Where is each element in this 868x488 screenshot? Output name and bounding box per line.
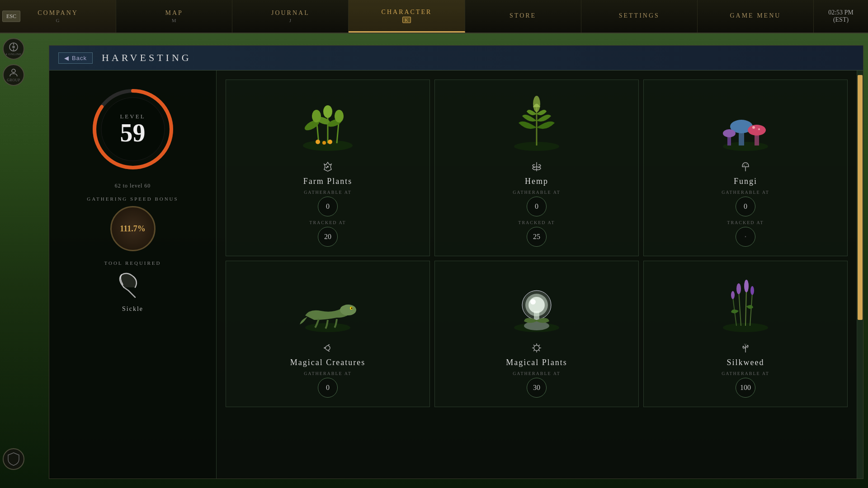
gatherable-label: GATHERABLE AT: [513, 371, 561, 376]
svg-point-36: [752, 126, 755, 129]
nav-key-company: G: [56, 18, 60, 23]
nav-label-journal: JOURNAL: [271, 9, 310, 17]
nav-label-character: CHARACTER: [382, 9, 432, 16]
svg-point-35: [723, 129, 736, 137]
item-icon: [531, 343, 542, 356]
online-count-label: 4 ONLINE: [5, 52, 21, 56]
svg-point-58: [736, 283, 741, 294]
tracked-badge: ·: [736, 227, 755, 247]
item-card-magical-plants[interactable]: Magical Plants GATHERABLE AT 30: [434, 261, 639, 407]
gatherable-badge: 100: [736, 378, 755, 398]
item-icon: [740, 343, 751, 356]
svg-point-38: [744, 165, 745, 166]
level-ring-container: LEVEL 59: [88, 84, 178, 174]
left-sidebar: 4 ONLINE + GROUP: [0, 33, 27, 488]
nav-label-map: MAP: [165, 9, 183, 17]
item-card-fungi[interactable]: Fungi GATHERABLE AT 0 TRACKED AT ·: [643, 80, 848, 256]
nav-label-store: STORE: [509, 12, 536, 19]
tracked-label: TRACKED AT: [727, 220, 764, 225]
tracked-value: 25: [533, 233, 540, 241]
item-card-silkweed[interactable]: Silkweed GATHERABLE AT 100: [643, 261, 848, 407]
tracked-value: ·: [744, 231, 747, 243]
nav-item-store[interactable]: STORE: [465, 0, 581, 33]
nav-key-journal: J: [289, 18, 292, 23]
tracked-label: TRACKED AT: [309, 220, 346, 225]
time-timezone: (EST): [833, 16, 849, 23]
svg-point-25: [326, 167, 327, 169]
gatherable-badge: 0: [527, 197, 547, 216]
shield-icon-btn[interactable]: [3, 448, 24, 470]
gatherable-badge: 0: [318, 378, 338, 398]
item-icon: [322, 161, 333, 174]
group-icon-btn[interactable]: + GROUP: [3, 64, 24, 86]
gatherable-label: GATHERABLE AT: [722, 371, 769, 376]
shield-icon: [7, 452, 20, 466]
gatherable-value: 0: [326, 202, 330, 211]
tracked-badge: 25: [527, 227, 547, 247]
item-icon: [322, 343, 333, 356]
svg-point-39: [746, 164, 747, 165]
nav-label-game-menu: GAME MENU: [730, 12, 781, 19]
svg-line-55: [745, 288, 746, 326]
compass-icon: [9, 42, 19, 52]
time-value: 02:53 PM: [828, 9, 854, 16]
item-image: [500, 87, 573, 159]
item-icon: [740, 161, 751, 174]
item-image: [709, 268, 782, 340]
svg-point-59: [744, 280, 749, 292]
svg-point-22: [322, 141, 326, 145]
back-button[interactable]: ◀ Back: [58, 52, 93, 64]
nav-item-journal[interactable]: JOURNAL J: [232, 0, 349, 33]
item-image: [500, 268, 573, 340]
gatherable-badge: 0: [318, 197, 338, 216]
gathering-bonus-value: 111.7%: [110, 206, 156, 251]
panel-body: LEVEL 59 62 to level 60 GATHERING SPEED …: [49, 70, 863, 479]
item-name: Fungi: [734, 177, 757, 186]
gathering-bonus-text: 111.7%: [120, 224, 146, 234]
svg-point-21: [316, 140, 320, 144]
item-card-farm-plants[interactable]: Farm Plants GATHERABLE AT 0 TRACKED AT 2…: [226, 80, 430, 256]
group-label: GROUP: [7, 78, 20, 82]
svg-point-41: [340, 305, 356, 315]
back-arrow: ◀: [64, 55, 69, 61]
nav-item-game-menu[interactable]: GAME MENU: [698, 0, 814, 33]
gatherable-label: GATHERABLE AT: [304, 371, 352, 376]
nav-item-company[interactable]: COMPANY G: [0, 0, 116, 33]
gatherable-badge: 0: [736, 197, 755, 216]
panel-title: HARVESTING: [102, 52, 192, 64]
nav-item-character[interactable]: CHARACTER K: [349, 0, 465, 33]
svg-point-51: [530, 299, 536, 305]
gatherable-value: 0: [535, 202, 538, 211]
svg-point-18: [312, 110, 321, 122]
nav-item-settings[interactable]: SETTINGS: [581, 0, 698, 33]
gatherable-value: 0: [326, 384, 330, 392]
svg-point-61: [731, 291, 735, 299]
item-card-magical-creatures[interactable]: Magical Creatures GATHERABLE AT 0: [226, 261, 430, 407]
scrollbar-track[interactable]: [857, 70, 863, 479]
item-card-hemp[interactable]: Hemp GATHERABLE AT 0 TRACKED AT 25: [434, 80, 639, 256]
gatherable-badge: 30: [527, 378, 547, 398]
gatherable-label: GATHERABLE AT: [304, 190, 352, 195]
level-number: 59: [120, 120, 145, 145]
nav-item-map[interactable]: MAP M: [116, 0, 232, 33]
svg-line-54: [739, 291, 741, 326]
character-info-panel: LEVEL 59 62 to level 60 GATHERING SPEED …: [49, 70, 217, 479]
gathering-bonus-label: GATHERING SPEED BONUS: [87, 196, 178, 202]
item-name: Hemp: [525, 177, 548, 186]
item-image: [292, 87, 364, 159]
panel-header: ◀ Back HARVESTING: [49, 46, 863, 70]
item-image: [292, 268, 364, 340]
gatherable-value: 0: [744, 202, 747, 211]
svg-point-37: [758, 128, 760, 130]
svg-point-33: [748, 125, 766, 136]
sickle-icon: [115, 270, 151, 302]
nav-label-settings: SETTINGS: [619, 12, 660, 19]
tool-icon-area: Sickle: [115, 270, 151, 313]
gatherable-label: GATHERABLE AT: [722, 190, 769, 195]
compass-icon-btn[interactable]: 4 ONLINE: [3, 38, 24, 60]
svg-point-50: [528, 297, 545, 313]
item-name: Magical Creatures: [290, 358, 365, 367]
scrollbar-thumb[interactable]: [858, 75, 863, 320]
back-label: Back: [72, 55, 87, 61]
svg-line-56: [750, 293, 752, 326]
